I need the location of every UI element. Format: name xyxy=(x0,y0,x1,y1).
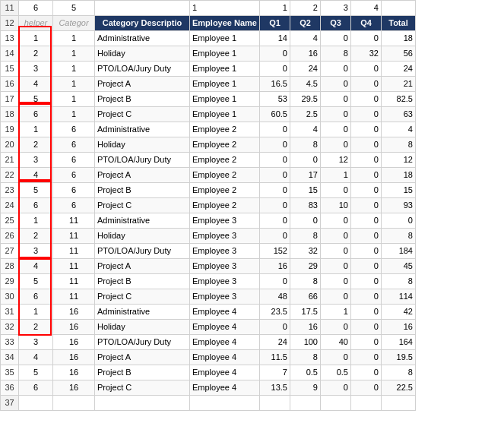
col-g-31: 1 xyxy=(320,305,350,320)
col-g-11: 3 xyxy=(320,1,350,16)
col-e-30: 48 xyxy=(259,289,290,305)
col-f-29: 8 xyxy=(290,274,320,289)
col-f-20: 8 xyxy=(290,137,320,153)
col-i-27: 184 xyxy=(381,244,415,259)
col-d-25: Employee 3 xyxy=(190,213,260,229)
row-12: 12 helper Categor Category Descriptio Em… xyxy=(1,16,416,31)
rownum-24: 24 xyxy=(1,198,19,213)
rownum-26: 26 xyxy=(1,229,19,244)
col-f-14: 16 xyxy=(290,46,320,62)
col-d-23: Employee 2 xyxy=(190,183,260,198)
col-h-header: Q4 xyxy=(350,16,381,31)
col-h-35: 0 xyxy=(350,365,381,380)
rownum-27: 27 xyxy=(1,244,19,259)
rownum-28: 28 xyxy=(1,259,19,274)
col-g-32: 0 xyxy=(320,320,350,335)
col-a-14: 2 xyxy=(19,46,53,62)
col-e-22: 0 xyxy=(259,168,290,183)
col-a-26: 2 xyxy=(19,229,53,244)
col-i-14: 56 xyxy=(381,46,415,62)
col-h-36: 0 xyxy=(350,380,381,396)
col-d-26: Employee 3 xyxy=(190,229,260,244)
row-19: 1916AdministrativeEmployee 204004 xyxy=(1,122,416,137)
col-h-16: 0 xyxy=(350,77,381,92)
col-h-19: 0 xyxy=(350,122,381,137)
rownum-17: 17 xyxy=(1,92,19,107)
col-b-14: 1 xyxy=(53,46,95,62)
col-g-24: 10 xyxy=(320,198,350,213)
rownum-33: 33 xyxy=(1,335,19,350)
col-h-27: 0 xyxy=(350,244,381,259)
col-e-18: 60.5 xyxy=(259,107,290,122)
col-e-27: 152 xyxy=(259,244,290,259)
col-c-19: Administrative xyxy=(95,122,190,137)
col-b-21: 6 xyxy=(53,153,95,168)
col-c-34: Project A xyxy=(95,350,190,365)
col-e-26: 0 xyxy=(259,229,290,244)
col-c-21: PTO/LOA/Jury Duty xyxy=(95,153,190,168)
col-c-25: Administrative xyxy=(95,213,190,229)
col-e-13: 14 xyxy=(259,31,290,46)
col-d-32: Employee 4 xyxy=(190,320,260,335)
col-h-11: 4 xyxy=(350,1,381,16)
col-h-30: 0 xyxy=(350,289,381,305)
col-e-19: 0 xyxy=(259,122,290,137)
rownum-21: 21 xyxy=(1,153,19,168)
col-b-16: 1 xyxy=(53,77,95,92)
rownum-37: 37 xyxy=(1,396,19,411)
col-b-31: 16 xyxy=(53,305,95,320)
col-a-30: 6 xyxy=(19,289,53,305)
col-i-22: 18 xyxy=(381,168,415,183)
col-a-20: 2 xyxy=(19,137,53,153)
col-b-18: 1 xyxy=(53,107,95,122)
rownum-11: 11 xyxy=(1,1,19,16)
col-f-18: 2.5 xyxy=(290,107,320,122)
rownum-15: 15 xyxy=(1,62,19,77)
col-i-28: 45 xyxy=(381,259,415,274)
col-e-29: 0 xyxy=(259,274,290,289)
col-e-36: 13.5 xyxy=(259,380,290,396)
col-c-27: PTO/LOA/Jury Duty xyxy=(95,244,190,259)
col-g-14: 8 xyxy=(320,46,350,62)
col-i-30: 114 xyxy=(381,289,415,305)
col-c-32: Holiday xyxy=(95,320,190,335)
col-i-16: 21 xyxy=(381,77,415,92)
col-d-34: Employee 4 xyxy=(190,350,260,365)
col-i-36: 22.5 xyxy=(381,380,415,396)
col-c-15: PTO/LOA/Jury Duty xyxy=(95,62,190,77)
col-h-18: 0 xyxy=(350,107,381,122)
row-18: 1861Project CEmployee 160.52.50063 xyxy=(1,107,416,122)
col-a-29: 5 xyxy=(19,274,53,289)
col-f-19: 4 xyxy=(290,122,320,137)
col-d-27: Employee 3 xyxy=(190,244,260,259)
row-27: 27311PTO/LOA/Jury DutyEmployee 315232001… xyxy=(1,244,416,259)
col-c-13: Administrative xyxy=(95,31,190,46)
col-i-15: 24 xyxy=(381,62,415,77)
row-16: 1641Project AEmployee 116.54.50021 xyxy=(1,77,416,92)
col-a-24: 6 xyxy=(19,198,53,213)
col-c-14: Holiday xyxy=(95,46,190,62)
col-d-22: Employee 2 xyxy=(190,168,260,183)
col-b-20: 6 xyxy=(53,137,95,153)
row-25: 25111AdministrativeEmployee 300000 xyxy=(1,213,416,229)
rownum-23: 23 xyxy=(1,183,19,198)
col-i-34: 19.5 xyxy=(381,350,415,365)
row-26: 26211HolidayEmployee 308008 xyxy=(1,229,416,244)
row-30: 30611Project CEmployee 3486600114 xyxy=(1,289,416,305)
col-i-33: 164 xyxy=(381,335,415,350)
col-a-15: 3 xyxy=(19,62,53,77)
col-g-26: 0 xyxy=(320,229,350,244)
col-a-11: 6 xyxy=(19,1,53,16)
col-g-20: 0 xyxy=(320,137,350,153)
rownum-18: 18 xyxy=(1,107,19,122)
col-f-22: 17 xyxy=(290,168,320,183)
rownum-34: 34 xyxy=(1,350,19,365)
rownum-14: 14 xyxy=(1,46,19,62)
row-24: 2466Project CEmployee 208310093 xyxy=(1,198,416,213)
col-c-36: Project C xyxy=(95,380,190,396)
col-h-31: 0 xyxy=(350,305,381,320)
col-d-29: Employee 3 xyxy=(190,274,260,289)
col-i-18: 63 xyxy=(381,107,415,122)
col-a-22: 4 xyxy=(19,168,53,183)
col-e-34: 11.5 xyxy=(259,350,290,365)
